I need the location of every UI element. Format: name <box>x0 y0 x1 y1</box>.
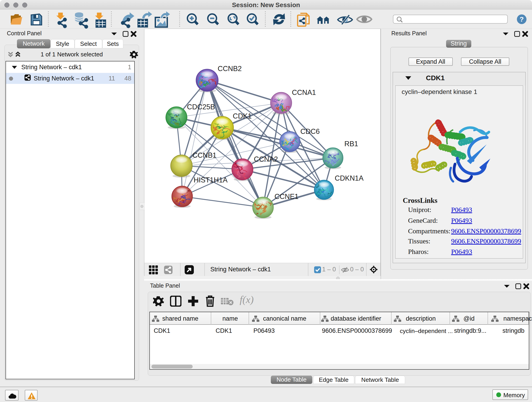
svg-text:CCNB1: CCNB1 <box>192 151 216 159</box>
svg-text:CCNE1: CCNE1 <box>274 192 298 201</box>
svg-text:CCNA1: CCNA1 <box>292 89 316 96</box>
svg-text:CCNA2: CCNA2 <box>254 155 278 163</box>
svg-text:CDC25B: CDC25B <box>187 103 215 111</box>
svg-text:CDC6: CDC6 <box>300 128 320 135</box>
svg-text:HIST1H1A: HIST1H1A <box>194 176 228 184</box>
svg-text:CCNB2: CCNB2 <box>218 65 242 73</box>
svg-text:CDKN1A: CDKN1A <box>335 174 364 182</box>
svg-text:CDK1: CDK1 <box>233 112 252 120</box>
svg-text:RB1: RB1 <box>344 140 358 148</box>
